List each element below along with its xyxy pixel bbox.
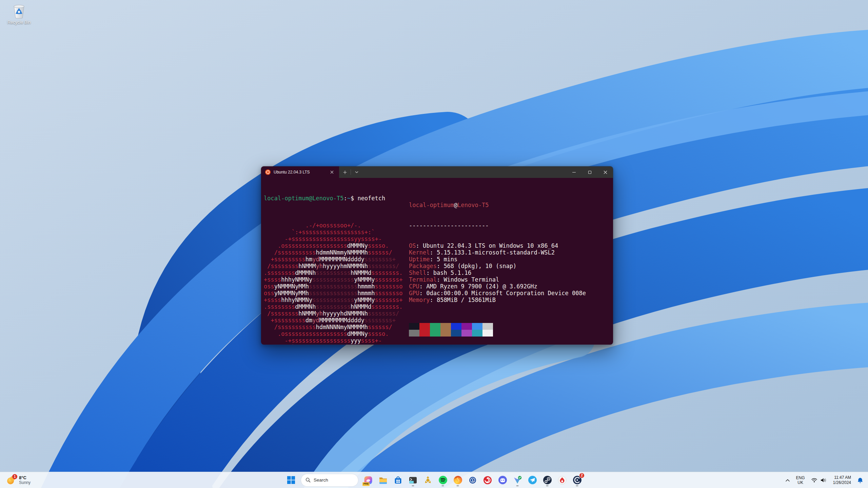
taskbar-icon-file-explorer[interactable] [376, 473, 390, 487]
close-icon [330, 170, 334, 174]
palette-row-normal [409, 323, 586, 330]
folder-icon [379, 476, 388, 485]
minimize-icon [572, 172, 576, 172]
neofetch-underline: ----------------------- [409, 222, 586, 229]
flame-icon [558, 476, 567, 485]
palette-swatch [440, 323, 451, 330]
taskbar-icon-copilot[interactable]: PRE [361, 473, 375, 487]
palette-swatch [461, 330, 472, 337]
maximize-button[interactable] [582, 166, 597, 178]
tab-dropdown-button[interactable] [351, 166, 362, 178]
taskbar-icon-gold-arrows-app[interactable] [421, 473, 435, 487]
clock[interactable]: 11:47 AM 1/26/2024 [831, 473, 853, 487]
taskbar-icon-microsoft-store[interactable] [391, 473, 405, 487]
language-code: ENG [796, 475, 805, 480]
running-indicator [516, 485, 519, 486]
search-icon [305, 477, 311, 483]
volume-icon [820, 477, 827, 483]
maximize-icon [588, 171, 591, 174]
system-tray: ENG UK 11:47 AM 1/26 [783, 472, 865, 488]
tray-overflow-button[interactable] [783, 473, 792, 487]
weather-widget[interactable]: 1 8°C Sunny [3, 472, 33, 488]
taskbar-icon-red-swirl-app[interactable] [481, 473, 494, 487]
tray-time: 11:47 AM [834, 475, 851, 480]
steam-icon [543, 475, 552, 485]
palette-swatch [472, 330, 482, 337]
neofetch-title: local-optimum@Lenovo-T5 [409, 202, 586, 208]
1password-icon: 1 [468, 476, 477, 485]
taskbar-icon-flame-app[interactable] [555, 473, 569, 487]
network-volume-button[interactable] [809, 473, 829, 487]
neofetch-info-row: Kernel: 5.15.133.1-microsoft-standard-WS… [409, 249, 586, 256]
terminal-color-palette [409, 323, 586, 337]
neofetch-info-row: Packages: 568 (dpkg), 10 (snap) [409, 263, 586, 269]
wifi-icon [811, 477, 817, 483]
desktop: Recycle Bin Ubuntu 22.04.3 LTS [0, 0, 868, 488]
discord-icon [498, 475, 507, 485]
tray-date: 1/26/2024 [833, 480, 851, 485]
taskbar-icon-telegram[interactable] [526, 473, 539, 487]
palette-swatch [409, 323, 419, 330]
bell-icon [857, 477, 863, 484]
neofetch-info-row: GPU: 0dac:00:00.0 Microsoft Corporation … [409, 290, 586, 297]
palette-swatch [430, 330, 440, 337]
gold-arrows-icon [423, 476, 432, 485]
spotify-icon [438, 475, 448, 485]
taskbar-icon-firefox[interactable] [451, 473, 465, 487]
palette-swatch [472, 323, 482, 330]
taskbar-icon-spotify[interactable] [436, 473, 450, 487]
running-indicator [412, 485, 414, 486]
recycle-bin-icon[interactable]: Recycle Bin [5, 3, 33, 25]
palette-swatch [419, 330, 430, 337]
notification-center-button[interactable] [855, 473, 865, 487]
search-box[interactable]: Search [301, 474, 358, 487]
palette-swatch [430, 323, 440, 330]
titlebar-drag-region[interactable] [362, 166, 566, 178]
windows-logo-icon [287, 476, 295, 484]
weather-sun-icon: 1 [6, 475, 16, 485]
notification-count-badge: 2 [579, 473, 585, 478]
close-window-button[interactable] [597, 166, 613, 178]
taskbar-icon-proton-vpn[interactable] [511, 473, 524, 487]
plus-icon [343, 170, 347, 174]
running-indicator [457, 485, 459, 486]
tab-close-button[interactable] [328, 168, 336, 176]
taskbar-icon-1password[interactable]: 1 [466, 473, 479, 487]
taskbar: 1 8°C Sunny Search [0, 472, 868, 488]
minimize-button[interactable] [566, 166, 582, 178]
palette-swatch [409, 330, 419, 337]
new-tab-button[interactable] [339, 166, 351, 178]
terminal-icon [409, 476, 417, 485]
taskbar-icon-steam[interactable] [540, 473, 554, 487]
red-swirl-icon [483, 476, 492, 485]
start-button[interactable] [284, 473, 298, 487]
ubuntu-logo-icon [265, 169, 271, 175]
language-region: UK [797, 480, 803, 485]
terminal-content[interactable]: local-optimum@Lenovo-T5:~$ neofetch .-/+… [261, 178, 613, 345]
tab-title: Ubuntu 22.04.3 LTS [274, 170, 325, 175]
taskbar-icon-gauge-badge-app[interactable]: 2 [570, 473, 584, 487]
terminal-titlebar: Ubuntu 22.04.3 LTS [261, 166, 613, 178]
weather-condition: Sunny [19, 481, 31, 485]
recycle-bin-glyph [12, 3, 26, 19]
recycle-bin-label: Recycle Bin [7, 20, 31, 25]
palette-swatch [482, 323, 493, 330]
svg-text:1: 1 [472, 478, 474, 482]
weather-temperature: 8°C [19, 475, 31, 481]
store-bag-icon [394, 476, 402, 485]
terminal-tab[interactable]: Ubuntu 22.04.3 LTS [261, 166, 339, 178]
palette-swatch [451, 330, 461, 337]
palette-swatch [419, 323, 430, 330]
neofetch-info-row: Memory: 858MiB / 15861MiB [409, 297, 586, 303]
taskbar-center: Search PRE [284, 472, 584, 488]
running-indicator [546, 485, 549, 486]
firefox-icon [453, 475, 462, 485]
taskbar-icon-windows-terminal[interactable] [406, 473, 420, 487]
chevron-down-icon [355, 171, 358, 173]
weather-alert-badge: 1 [12, 474, 17, 479]
telegram-icon [528, 475, 537, 485]
neofetch-info-row: OS: Ubuntu 22.04.3 LTS on Windows 10 x86… [409, 242, 586, 249]
language-indicator[interactable]: ENG UK [794, 473, 807, 487]
taskbar-icon-discord[interactable] [496, 473, 509, 487]
copilot-pre-badge: PRE [362, 482, 370, 486]
